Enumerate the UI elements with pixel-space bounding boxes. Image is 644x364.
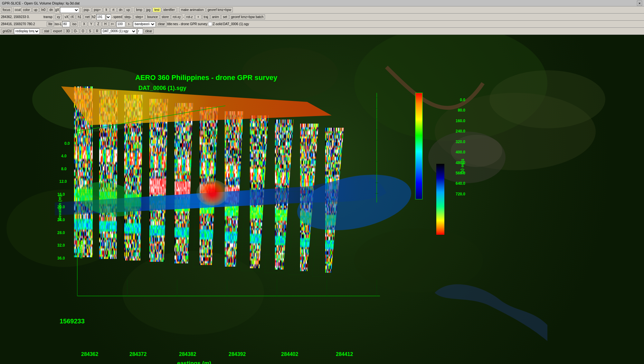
elev-label-0: 0.0	[64, 141, 70, 146]
georef-kmz-bpw-button[interactable]: georef kmz+bpw	[206, 7, 233, 12]
psp-plus-button[interactable]: psp+	[92, 7, 102, 12]
h-button[interactable]: H	[102, 22, 109, 26]
export-button[interactable]: export	[52, 29, 64, 34]
step-minus-button[interactable]: step-	[123, 15, 133, 19]
ln0-button[interactable]: ln0	[40, 7, 47, 12]
dash-label: -	[112, 15, 113, 19]
coords-display: 284362, 1569233 0.	[1, 15, 43, 19]
sep4	[178, 7, 178, 13]
bandpass-dropdown[interactable]: bandpass\	[133, 21, 156, 27]
dn-button[interactable]: dn	[48, 7, 54, 12]
rot-xy-button[interactable]: rot-xy	[171, 15, 182, 19]
make-animation-button[interactable]: make animation	[179, 7, 205, 12]
time-axis-label: time (s)	[460, 159, 465, 173]
clear-button[interactable]: clear	[156, 22, 166, 26]
time-label-80: 80.0	[458, 108, 465, 113]
traj-button[interactable]: traj	[202, 15, 210, 19]
h2-input[interactable]: 191	[96, 14, 105, 20]
nes-drone-label: nes - drone GPR survey	[173, 22, 207, 26]
toolbar-row-1: focus ccut color up ln0 dn gX psp- psp+ …	[0, 6, 644, 14]
easting-axis-title: eastings (m)	[177, 360, 211, 364]
r-minus-button[interactable]: r-	[126, 22, 132, 26]
time-label-320: 320.0	[456, 140, 465, 144]
plus-button[interactable]: +	[195, 15, 202, 19]
jpg-button[interactable]: jpg	[145, 7, 152, 12]
title-bar: GPR-SLICE - Open GL Volume Display: lq-3…	[0, 0, 644, 6]
time-label-240: 240.0	[456, 129, 465, 133]
anim-button[interactable]: anim	[211, 15, 221, 19]
r-field[interactable]	[137, 28, 143, 34]
lite-button[interactable]: lite	[47, 22, 54, 26]
3d-button[interactable]: 3D	[64, 29, 72, 34]
survey-title: AERO 360 Philippines - drone GPR survey	[135, 74, 277, 82]
test-button[interactable]: test	[153, 7, 161, 12]
rx-button[interactable]: rX	[69, 15, 75, 19]
sep6	[63, 15, 63, 20]
iso-l-label: iso-L	[55, 22, 62, 26]
gx-label: gX	[55, 8, 59, 12]
close-button[interactable]: ✕	[637, 1, 642, 6]
dash2-label: -	[183, 15, 184, 19]
r-btn[interactable]: R	[94, 29, 100, 34]
grid2d-button[interactable]: grid2d	[1, 29, 13, 34]
color-button[interactable]: color	[21, 7, 32, 12]
net-button[interactable]: net	[84, 15, 91, 19]
redisplay-bmp-dropdown[interactable]: redisplay bmp	[14, 28, 40, 34]
time-label-400: 400.0	[456, 150, 465, 154]
coords2-display: 284416, 1569270 780.2	[1, 22, 46, 26]
xy-button[interactable]: xy	[55, 15, 62, 19]
z-solid-label: Z-solid	[213, 22, 223, 26]
stat-button[interactable]: stat	[43, 29, 51, 34]
sep3	[133, 7, 133, 13]
step-plus-button[interactable]: step+	[134, 15, 145, 19]
psp-minus-button[interactable]: psp-	[82, 7, 91, 12]
h2-dropdown[interactable]	[106, 14, 111, 20]
focus-button[interactable]: focus	[1, 7, 12, 12]
z-solid-checkbox[interactable]	[208, 22, 212, 26]
elev-label-4: 4.0	[61, 154, 67, 158]
elev-label-8: 8.0	[61, 167, 67, 171]
time-label-160: 160.0	[456, 119, 465, 123]
iso-button[interactable]: iso	[71, 22, 78, 26]
gpr-canvas[interactable]	[0, 35, 644, 364]
elev-label-36: 36.0	[57, 256, 65, 261]
z-button[interactable]: Z	[95, 22, 101, 26]
up-button[interactable]: up	[32, 7, 39, 12]
dat-sgy-dropdown[interactable]: DAT_0006 (1).sgy	[101, 28, 137, 34]
window-title: GPR-SLICE - Open GL Volume Display: lq-3…	[2, 1, 80, 5]
separator-1	[13, 7, 14, 13]
bmp-button[interactable]: bmp	[134, 7, 144, 12]
georef-batch-button[interactable]: georef kmz+bpw batch	[230, 15, 265, 19]
elev-label-28: 28.0	[57, 231, 65, 235]
h1-button[interactable]: h1	[76, 15, 83, 19]
time-label-640: 640.0	[456, 181, 465, 186]
elev-label-12: 12.0	[59, 179, 67, 184]
y-button[interactable]: Y	[88, 22, 94, 26]
o-minus-button[interactable]: O-	[72, 29, 79, 34]
set-button[interactable]: set	[221, 15, 229, 19]
dn2-button[interactable]: dn	[117, 7, 124, 12]
easting-284412: 284412	[336, 351, 353, 357]
r-input[interactable]	[116, 21, 125, 27]
up2-button[interactable]: up	[125, 7, 131, 12]
sep2	[80, 7, 81, 13]
toolbar-row-4: grid2d redisplay bmp stat export 3D O- O…	[0, 28, 644, 35]
time-label-720: 720.0	[456, 192, 465, 196]
sep8	[41, 29, 41, 34]
rt-button[interactable]: rt	[110, 7, 117, 12]
lt-button[interactable]: lt	[103, 7, 109, 12]
s-button[interactable]: S	[87, 29, 93, 34]
toolbar-row-3: 284416, 1569270 780.2 lite iso-L iso X Y…	[0, 21, 644, 28]
o-button[interactable]: O	[80, 29, 86, 34]
identifier-button[interactable]: identfier	[162, 7, 176, 12]
store-button[interactable]: store	[160, 15, 170, 19]
r-plus-button[interactable]: r+	[109, 22, 116, 26]
bounce-button[interactable]: bounce	[146, 15, 159, 19]
easting-284362: 284362	[81, 351, 98, 357]
x-button[interactable]: X	[81, 22, 87, 26]
rot-z-button[interactable]: rot-z	[185, 15, 194, 19]
iso-l-input[interactable]	[62, 21, 70, 27]
speed-label: speed	[113, 15, 122, 19]
gx-dropdown[interactable]	[60, 7, 79, 13]
clear2-button[interactable]: clear	[144, 29, 154, 34]
